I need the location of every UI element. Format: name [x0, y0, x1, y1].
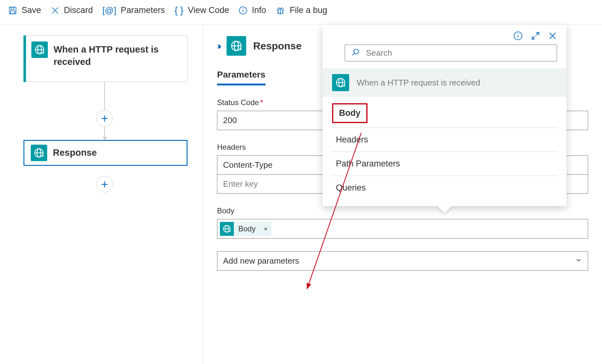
- http-icon: [31, 41, 48, 58]
- search-icon: [351, 48, 360, 58]
- svg-line-21: [352, 53, 355, 55]
- bug-icon: [276, 6, 285, 15]
- dynamic-content-popover: Search When a HTTP request is received B…: [323, 25, 567, 206]
- http-icon: [31, 145, 47, 161]
- search-placeholder: Search: [366, 48, 550, 58]
- card-accent: [23, 35, 26, 82]
- parameters-label: Parameters: [121, 5, 165, 15]
- panel-title: Response: [253, 40, 302, 52]
- trigger-card[interactable]: When a HTTP request is received: [23, 35, 188, 82]
- bug-label: File a bug: [290, 5, 327, 15]
- parameters-button[interactable]: [@] Parameters: [102, 5, 165, 16]
- expand-icon[interactable]: [531, 31, 540, 42]
- save-button[interactable]: Save: [8, 5, 41, 15]
- option-body[interactable]: Body: [332, 103, 368, 123]
- add-step-button[interactable]: +: [96, 110, 113, 127]
- close-icon: [51, 6, 60, 15]
- tab-parameters[interactable]: Parameters: [217, 70, 266, 85]
- body-input[interactable]: Body ×: [217, 219, 588, 239]
- option-headers[interactable]: Headers: [332, 128, 557, 152]
- http-icon: [220, 222, 234, 236]
- source-trigger-row[interactable]: When a HTTP request is received: [323, 68, 567, 97]
- braces-icon: { }: [175, 5, 183, 16]
- chevron-down-icon: [575, 256, 582, 266]
- http-icon: [332, 74, 349, 91]
- option-queries[interactable]: Queries: [332, 176, 557, 200]
- connector-line: [104, 82, 105, 111]
- parameters-icon: [@]: [102, 5, 116, 16]
- discard-button[interactable]: Discard: [51, 5, 93, 15]
- workflow-canvas: When a HTTP request is received + Respon…: [0, 25, 203, 364]
- svg-point-20: [354, 49, 359, 54]
- body-label: Body: [217, 206, 588, 215]
- body-field: Body Body ×: [217, 206, 588, 239]
- svg-point-17: [518, 34, 519, 35]
- remove-token-button[interactable]: ×: [260, 225, 272, 233]
- response-label: Response: [53, 147, 97, 159]
- view-code-label: View Code: [188, 5, 229, 15]
- option-path-parameters[interactable]: Path Parameters: [332, 152, 557, 176]
- trigger-label: When a HTTP request is received: [54, 41, 168, 68]
- collapse-button[interactable]: ››: [217, 41, 220, 51]
- info-icon: [239, 6, 247, 15]
- close-icon[interactable]: [548, 31, 557, 42]
- add-step-button[interactable]: +: [96, 176, 113, 192]
- discard-label: Discard: [64, 5, 93, 15]
- info-button[interactable]: Info: [239, 5, 266, 15]
- body-token-label: Body: [234, 224, 260, 233]
- toolbar: Save Discard [@] Parameters { } View Cod…: [0, 0, 602, 25]
- svg-point-10: [243, 8, 243, 9]
- search-input[interactable]: Search: [345, 45, 557, 61]
- save-icon: [8, 6, 17, 15]
- add-new-parameters-dropdown[interactable]: Add new parameters: [217, 251, 588, 271]
- option-list: Body Headers Path Parameters Queries: [323, 97, 567, 200]
- source-trigger-label: When a HTTP request is received: [357, 78, 480, 88]
- svg-rect-4: [11, 7, 14, 9]
- body-token[interactable]: Body ×: [220, 222, 271, 236]
- add-new-parameters-label: Add new parameters: [223, 256, 299, 266]
- response-card[interactable]: Response: [23, 140, 188, 166]
- http-icon: [227, 36, 246, 56]
- save-label: Save: [22, 5, 41, 15]
- popover-toolbar: [323, 25, 567, 42]
- info-icon[interactable]: [513, 31, 523, 42]
- info-label: Info: [252, 5, 266, 15]
- view-code-button[interactable]: { } View Code: [175, 5, 229, 16]
- svg-rect-5: [10, 11, 15, 14]
- file-bug-button[interactable]: File a bug: [276, 5, 327, 15]
